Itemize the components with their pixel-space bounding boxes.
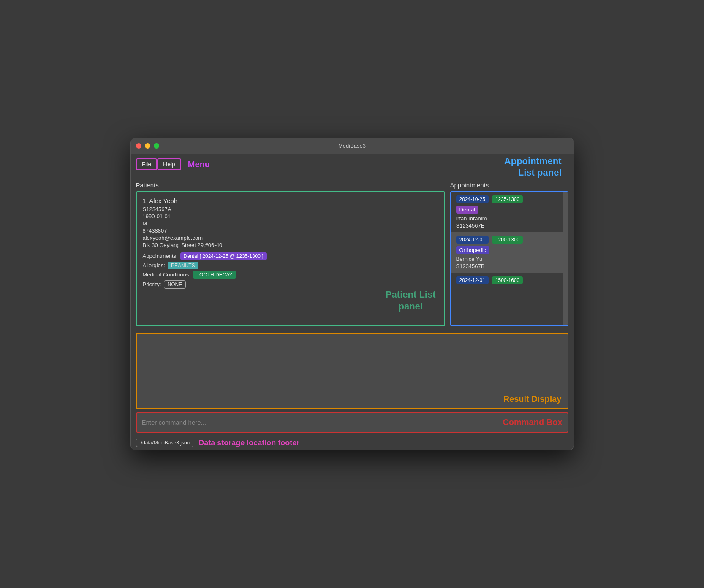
- patient-list-panel: 1. Alex Yeoh S1234567A 1990-01-01 M 8743…: [136, 191, 445, 326]
- appointment-list-panel-label: Appointment List panel: [504, 156, 568, 178]
- apt-date-row: 2024-12-01 1500-1600: [456, 276, 563, 284]
- conditions-row-label: Medical Conditions:: [143, 271, 190, 278]
- patient-dob: 1990-01-01: [143, 213, 438, 219]
- apt-doctor: Irfan Ibrahim: [456, 215, 563, 222]
- apt-time: 1235-1300: [492, 195, 523, 203]
- apt-date: 2024-12-01: [456, 236, 489, 244]
- appointments-section-label: Appointments: [450, 182, 568, 189]
- menu-area: File Help Menu: [136, 156, 210, 173]
- allergies-row-label: Allergies:: [143, 262, 165, 268]
- appointments-row: Appointments: Dental [ 2024-12-25 @ 1235…: [143, 252, 438, 260]
- patient-address: Blk 30 Geylang Street 29,#06-40: [143, 242, 438, 248]
- scrollbar[interactable]: [563, 192, 568, 325]
- allergies-row: Allergies: PEANUTS: [143, 262, 438, 269]
- footer: ./data/MediBase3.json Data storage locat…: [131, 436, 574, 450]
- apt-patient-id: S1234567B: [456, 263, 563, 269]
- traffic-lights: [136, 143, 159, 149]
- bottom-section: Result Display Command Box: [131, 330, 574, 436]
- appointment-list-panel: 2024-10-25 1235-1300 Dental Irfan Ibrahi…: [450, 191, 568, 326]
- patient-id: S1234567A: [143, 206, 438, 212]
- apt-date: 2024-10-25: [456, 195, 489, 203]
- close-button[interactable]: [136, 143, 141, 149]
- apt-time: 1500-1600: [492, 276, 523, 284]
- title-bar: MediBase3: [131, 138, 574, 154]
- right-panel: Appointments 2024-10-25 1235-1300 Dental…: [450, 182, 568, 326]
- app-window: MediBase3 File Help Menu Appointment Lis…: [130, 138, 574, 450]
- footer-label: Data storage location footer: [198, 439, 299, 447]
- menu-label: Menu: [188, 160, 210, 169]
- command-box-panel: Command Box: [136, 412, 568, 433]
- command-box-label: Command Box: [503, 417, 562, 427]
- menu-bar: File Help Menu: [136, 156, 210, 173]
- appointment-badge: Dental [ 2024-12-25 @ 1235-1300 ]: [180, 252, 267, 260]
- minimize-button[interactable]: [145, 143, 150, 149]
- appointments-row-label: Appointments:: [143, 253, 178, 259]
- apt-type: Orthopedic: [456, 246, 490, 254]
- appointment-item[interactable]: 2024-10-25 1235-1300 Dental Irfan Ibrahi…: [451, 192, 568, 233]
- priority-badge: NONE: [164, 280, 186, 289]
- patients-section-label: Patients: [136, 182, 445, 189]
- maximize-button[interactable]: [154, 143, 159, 149]
- apt-date: 2024-12-01: [456, 276, 489, 284]
- command-input[interactable]: [142, 419, 503, 426]
- file-menu[interactable]: File: [136, 158, 158, 170]
- apt-time: 1200-1300: [492, 236, 523, 244]
- patient-name: 1. Alex Yeoh: [143, 197, 438, 204]
- patient-email: alexyeoh@example.com: [143, 235, 438, 241]
- priority-row: Priority: NONE: [143, 280, 438, 289]
- left-panel: Patients 1. Alex Yeoh S1234567A 1990-01-…: [136, 182, 445, 326]
- help-menu[interactable]: Help: [157, 158, 181, 170]
- apt-doctor: Bernice Yu: [456, 256, 563, 262]
- window-title: MediBase3: [338, 143, 366, 149]
- allergy-badge: PEANUTS: [168, 262, 198, 269]
- patient-phone: 87438807: [143, 228, 438, 234]
- result-display-panel: Result Display: [136, 333, 568, 409]
- apt-date-row: 2024-12-01 1200-1300: [456, 236, 563, 244]
- appointment-item-partial[interactable]: 2024-12-01 1500-1600: [451, 273, 568, 290]
- apt-date-row: 2024-10-25 1235-1300: [456, 195, 563, 203]
- header-row: File Help Menu Appointment List panel: [131, 154, 574, 178]
- condition-badge: TOOTH DECAY: [193, 271, 236, 279]
- main-content: Patients 1. Alex Yeoh S1234567A 1990-01-…: [131, 178, 574, 330]
- conditions-row: Medical Conditions: TOOTH DECAY: [143, 271, 438, 279]
- patient-list-watermark: Patient Listpanel: [386, 289, 436, 313]
- patient-gender: M: [143, 220, 438, 227]
- apt-type: Dental: [456, 206, 479, 214]
- footer-path: ./data/MediBase3.json: [136, 439, 194, 447]
- result-display-label: Result Display: [503, 394, 562, 404]
- appointment-item[interactable]: 2024-12-01 1200-1300 Orthopedic Bernice …: [451, 233, 568, 273]
- apt-patient-id: S1234567E: [456, 222, 563, 229]
- priority-row-label: Priority:: [143, 281, 161, 287]
